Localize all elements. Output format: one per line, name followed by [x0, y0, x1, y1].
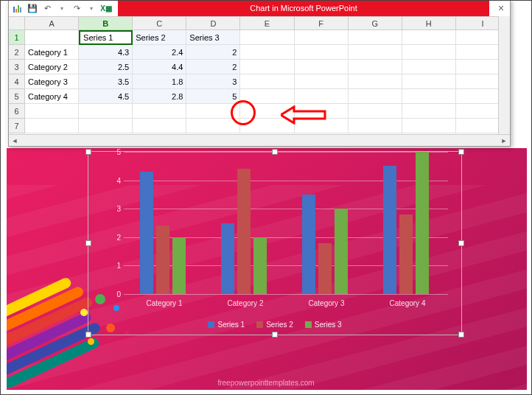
chart-data-window[interactable]: 💾 ↶ ▾ ↷ ▾ X▦ Chart in Microsoft PowerPoi… — [8, 0, 511, 147]
bar-group[interactable] — [302, 195, 348, 294]
cell-f2[interactable] — [295, 45, 349, 60]
cell-f5[interactable] — [295, 89, 349, 104]
cell-d1[interactable]: Series 3 — [186, 30, 240, 45]
row-header-3[interactable]: 3 — [9, 60, 25, 74]
chart-plot-area[interactable]: 012345Category 1Category 2Category 3Cate… — [124, 152, 448, 294]
chart-type-icon[interactable] — [12, 2, 24, 14]
bar-group[interactable] — [221, 169, 267, 294]
cell-h5[interactable] — [402, 89, 456, 104]
legend-swatch — [305, 321, 312, 328]
bar[interactable] — [237, 169, 251, 294]
cell-g1[interactable] — [349, 30, 402, 45]
cell-a5[interactable]: Category 4 — [25, 89, 79, 104]
col-header-c[interactable]: C — [133, 17, 186, 30]
row-header-7[interactable]: 7 — [9, 119, 25, 133]
undo-dropdown-icon[interactable]: ▾ — [56, 2, 68, 14]
cell-a4[interactable]: Category 3 — [25, 74, 79, 89]
bar[interactable] — [253, 237, 267, 294]
bar[interactable] — [383, 166, 396, 294]
bar[interactable] — [335, 209, 348, 294]
col-header-b[interactable]: B — [79, 17, 133, 30]
resize-handle[interactable] — [458, 332, 464, 338]
resize-handle[interactable] — [85, 149, 91, 155]
cell-h3[interactable] — [402, 60, 456, 74]
cell-d4[interactable]: 3 — [186, 74, 240, 89]
cell-b5[interactable]: 4.5 — [79, 89, 133, 104]
cell-e3[interactable] — [240, 60, 294, 74]
cell-c5[interactable]: 2.8 — [133, 89, 186, 104]
col-header-d[interactable]: D — [186, 17, 240, 30]
bar[interactable] — [156, 226, 169, 294]
select-all-corner[interactable] — [9, 17, 25, 30]
bar-group[interactable] — [383, 152, 429, 294]
cell-b1[interactable]: Series 1 — [79, 30, 133, 45]
cell-e1[interactable] — [240, 30, 294, 45]
scroll-right-icon[interactable]: ► — [498, 136, 510, 146]
cell-g2[interactable] — [349, 45, 402, 60]
col-header-e[interactable]: E — [240, 17, 294, 30]
cell-d5[interactable]: 5 — [186, 89, 240, 104]
cell-f3[interactable] — [295, 60, 349, 74]
chart-legend[interactable]: Series 1 Series 2 Series 3 — [88, 321, 461, 329]
cell-a2[interactable]: Category 1 — [25, 45, 79, 60]
vertical-scrollbar[interactable] — [498, 16, 510, 134]
cell-a1[interactable] — [25, 30, 79, 45]
bar-group[interactable] — [140, 172, 186, 294]
save-icon[interactable]: 💾 — [27, 2, 38, 14]
bar[interactable] — [416, 152, 429, 294]
cell-h4[interactable] — [402, 74, 456, 89]
cell-d3[interactable]: 2 — [186, 60, 240, 74]
annotation-arrow-icon — [281, 105, 332, 125]
cell-h1[interactable] — [402, 30, 456, 45]
resize-handle[interactable] — [85, 240, 91, 246]
cell-f4[interactable] — [295, 74, 349, 89]
spreadsheet-grid[interactable]: A B C D E F G H I 1 Series 1 Series 2 Se… — [9, 16, 510, 133]
cell-e4[interactable] — [240, 74, 294, 89]
cell-g5[interactable] — [349, 89, 402, 104]
bar[interactable] — [172, 237, 186, 294]
excel-icon[interactable]: X▦ — [100, 2, 112, 14]
close-button[interactable]: × — [492, 1, 510, 15]
bar[interactable] — [399, 214, 413, 294]
col-header-h[interactable]: H — [402, 17, 456, 30]
bar[interactable] — [318, 243, 332, 294]
row-header-5[interactable]: 5 — [9, 89, 25, 104]
bar[interactable] — [221, 223, 234, 295]
resize-handle[interactable] — [85, 332, 91, 338]
cell-a3[interactable]: Category 2 — [25, 60, 79, 74]
bar[interactable] — [140, 172, 153, 294]
redo-icon[interactable]: ↷ — [71, 2, 83, 14]
cell-e2[interactable] — [240, 45, 294, 60]
cell-g4[interactable] — [349, 74, 402, 89]
col-header-f[interactable]: F — [295, 17, 349, 30]
bar[interactable] — [302, 195, 315, 294]
scroll-left-icon[interactable]: ◄ — [9, 136, 21, 146]
col-header-a[interactable]: A — [25, 17, 79, 30]
col-header-g[interactable]: G — [349, 17, 402, 30]
cell-a6[interactable] — [25, 104, 79, 119]
row-header-6[interactable]: 6 — [9, 104, 25, 119]
horizontal-scrollbar[interactable]: ◄ ► — [9, 134, 510, 146]
cell-f1[interactable] — [295, 30, 349, 45]
cell-h2[interactable] — [402, 45, 456, 60]
cell-b2[interactable]: 4.3 — [79, 45, 133, 60]
row-header-2[interactable]: 2 — [9, 45, 25, 60]
cell-d2[interactable]: 2 — [186, 45, 240, 60]
watermark-text: freepowerpointtemplates.com — [1, 379, 531, 387]
cell-c4[interactable]: 1.8 — [133, 74, 186, 89]
cell-b4[interactable]: 3.5 — [79, 74, 133, 89]
resize-handle[interactable] — [272, 332, 278, 338]
cell-c1[interactable]: Series 2 — [133, 30, 186, 45]
row-header-4[interactable]: 4 — [9, 74, 25, 89]
row-header-1[interactable]: 1 — [9, 30, 25, 45]
cell-g3[interactable] — [349, 60, 402, 74]
resize-handle[interactable] — [458, 149, 464, 155]
undo-icon[interactable]: ↶ — [41, 2, 53, 14]
cell-a7[interactable] — [25, 119, 79, 133]
chart-object[interactable]: 012345Category 1Category 2Category 3Cate… — [88, 151, 462, 335]
cell-c2[interactable]: 2.4 — [133, 45, 186, 60]
cell-c3[interactable]: 4.4 — [133, 60, 186, 74]
redo-dropdown-icon[interactable]: ▾ — [85, 2, 97, 14]
resize-handle[interactable] — [458, 240, 464, 246]
cell-b3[interactable]: 2.5 — [79, 60, 133, 74]
